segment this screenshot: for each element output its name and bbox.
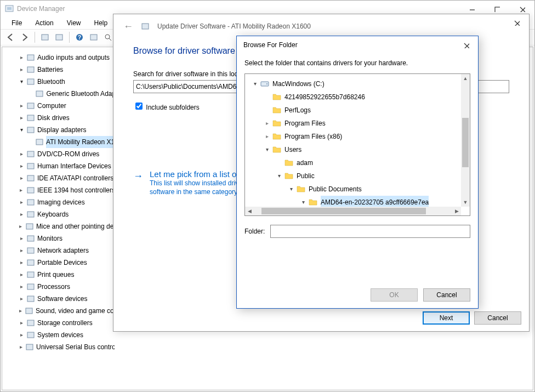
bff-cancel-button[interactable]: Cancel: [423, 288, 470, 302]
chevron-icon[interactable]: ▸: [18, 208, 25, 220]
help-icon[interactable]: ?: [73, 31, 86, 44]
chevron-icon[interactable]: ▸: [18, 329, 25, 341]
bff-tree-item[interactable]: MacWindows (C:): [247, 77, 459, 90]
chevron-icon[interactable]: ▸: [18, 52, 25, 64]
chevron-icon[interactable]: ▸: [18, 232, 25, 245]
device-tree-item[interactable]: ▸Universal Serial Bus controllers: [8, 341, 115, 353]
bff-tree-item[interactable]: Public: [247, 169, 459, 183]
device-tree-item[interactable]: ▸Batteries: [8, 64, 115, 76]
chevron-icon[interactable]: ▸: [18, 184, 25, 196]
horizontal-scrollbar[interactable]: ◀ ▶: [245, 207, 461, 215]
device-tree-item[interactable]: ▾Bluetooth: [8, 76, 115, 88]
menu-file[interactable]: File: [6, 18, 27, 28]
bff-tree-item[interactable]: adam: [247, 156, 459, 169]
chevron-icon[interactable]: [263, 130, 271, 143]
bff-tree-item[interactable]: AMD64-en-20232705 a9cff6669e7ea: [247, 196, 459, 207]
device-tree-item[interactable]: ▸Monitors: [8, 232, 115, 245]
device-tree-item[interactable]: ▸Computer: [8, 100, 115, 112]
bff-tree-item[interactable]: 42149852922655b7d68246: [247, 90, 459, 104]
device-tree-item[interactable]: ▸Keyboards: [8, 208, 115, 220]
device-tree[interactable]: ▸Audio inputs and outputs▸Batteries▾Blue…: [8, 52, 115, 385]
chevron-icon[interactable]: ▸: [18, 257, 25, 269]
chevron-icon[interactable]: ▸: [18, 112, 25, 124]
device-tree-item[interactable]: ▸Human Interface Devices: [8, 160, 115, 172]
scroll-up-icon[interactable]: ▲: [461, 74, 470, 83]
menu-action[interactable]: Action: [30, 18, 59, 28]
include-subfolders-checkbox[interactable]: Include subfolders: [133, 104, 200, 111]
chevron-icon[interactable]: ▸: [18, 64, 25, 76]
forward-icon[interactable]: [18, 31, 31, 44]
bff-tree-item[interactable]: PerfLogs: [247, 104, 459, 117]
menu-help[interactable]: Help: [89, 18, 113, 28]
scroll-left-icon[interactable]: ◀: [245, 207, 254, 215]
chevron-icon[interactable]: ▸: [18, 317, 25, 329]
vertical-scroll-thumb[interactable]: [462, 118, 469, 167]
chevron-icon[interactable]: ▸: [18, 220, 24, 232]
device-tree-item[interactable]: ▸System devices: [8, 329, 115, 341]
chevron-icon[interactable]: ▸: [18, 341, 24, 353]
chevron-icon[interactable]: [251, 77, 259, 90]
scroll-right-icon[interactable]: ▶: [452, 207, 461, 215]
device-tree-item[interactable]: ▸IEEE 1394 host controllers: [8, 184, 115, 196]
properties-icon[interactable]: [53, 31, 66, 44]
include-subfolders-input[interactable]: [135, 103, 143, 110]
wizard-cancel-button[interactable]: Cancel: [474, 311, 521, 325]
bff-tree-item[interactable]: Users: [247, 143, 459, 156]
bff-tree[interactable]: MacWindows (C:)42149852922655b7d68246Per…: [245, 74, 461, 207]
bff-tree-item[interactable]: Program Files: [247, 117, 459, 130]
chevron-icon[interactable]: ▸: [18, 269, 25, 281]
device-tree-item[interactable]: ▸IDE ATA/ATAPI controllers: [8, 172, 115, 184]
device-tree-item[interactable]: ▸Print queues: [8, 269, 115, 281]
chevron-icon[interactable]: ▸: [18, 196, 25, 208]
chevron-icon[interactable]: [275, 169, 283, 183]
chevron-icon[interactable]: ▸: [18, 148, 25, 160]
portable-icon: [26, 258, 35, 267]
wizard-back-icon[interactable]: ←: [123, 21, 133, 32]
chevron-icon[interactable]: ▸: [18, 281, 25, 293]
device-tree-item[interactable]: ▸Audio inputs and outputs: [8, 52, 115, 64]
device-tree-item[interactable]: ▸Network adapters: [8, 245, 115, 257]
device-tree-item[interactable]: ▸Imaging devices: [8, 196, 115, 208]
device-tree-item[interactable]: ▾Display adapters: [8, 124, 115, 136]
scroll-down-icon[interactable]: ▼: [461, 198, 470, 207]
chevron-icon[interactable]: ▾: [18, 124, 25, 136]
chevron-icon[interactable]: [299, 196, 308, 207]
device-tree-item[interactable]: ▸Sound, video and game controllers: [8, 305, 115, 317]
scan-icon[interactable]: [87, 31, 100, 44]
device-tree-item[interactable]: ▸Portable Devices: [8, 257, 115, 269]
chevron-icon[interactable]: ▸: [18, 160, 25, 172]
chevron-icon[interactable]: ▸: [18, 100, 25, 112]
bff-tree-label: Public: [297, 169, 315, 183]
chevron-icon[interactable]: ▾: [18, 76, 25, 88]
chevron-icon[interactable]: ▸: [18, 245, 25, 257]
back-icon[interactable]: [4, 31, 17, 44]
chevron-icon[interactable]: ▸: [18, 305, 24, 317]
bff-ok-button[interactable]: OK: [371, 288, 418, 302]
device-tree-item[interactable]: ATI Mobility Radeon X1600: [8, 136, 115, 148]
usb-icon: [25, 343, 34, 351]
horizontal-scroll-thumb[interactable]: [261, 208, 426, 214]
chevron-icon[interactable]: ▸: [18, 293, 25, 305]
bff-tree-item[interactable]: Program Files (x86): [247, 130, 459, 143]
device-tree-item[interactable]: ▸Storage controllers: [8, 317, 115, 329]
menu-view[interactable]: View: [61, 18, 87, 28]
bff-close-button[interactable]: [454, 36, 478, 54]
bff-folder-input[interactable]: [270, 225, 470, 238]
chevron-icon[interactable]: [263, 117, 271, 130]
device-tree-item[interactable]: Generic Bluetooth Adapter: [8, 88, 115, 100]
chevron-icon[interactable]: ▸: [18, 172, 25, 184]
bff-tree-item[interactable]: Public Documents: [247, 183, 459, 196]
chevron-icon[interactable]: [263, 143, 271, 156]
device-tree-item[interactable]: ▸Mice and other pointing devices: [8, 220, 115, 232]
wizard-close-button[interactable]: [504, 14, 529, 31]
show-hidden-icon[interactable]: [38, 31, 52, 44]
mouse-icon: [25, 222, 34, 231]
device-tree-item[interactable]: ▸DVD/CD-ROM drives: [8, 148, 115, 160]
device-tree-label: Processors: [37, 281, 70, 293]
vertical-scrollbar[interactable]: ▲ ▼: [461, 74, 470, 207]
next-button[interactable]: Next: [423, 311, 470, 325]
device-tree-item[interactable]: ▸Software devices: [8, 293, 115, 305]
chevron-icon[interactable]: [287, 183, 295, 196]
device-tree-item[interactable]: ▸Disk drives: [8, 112, 115, 124]
device-tree-item[interactable]: ▸Processors: [8, 281, 115, 293]
